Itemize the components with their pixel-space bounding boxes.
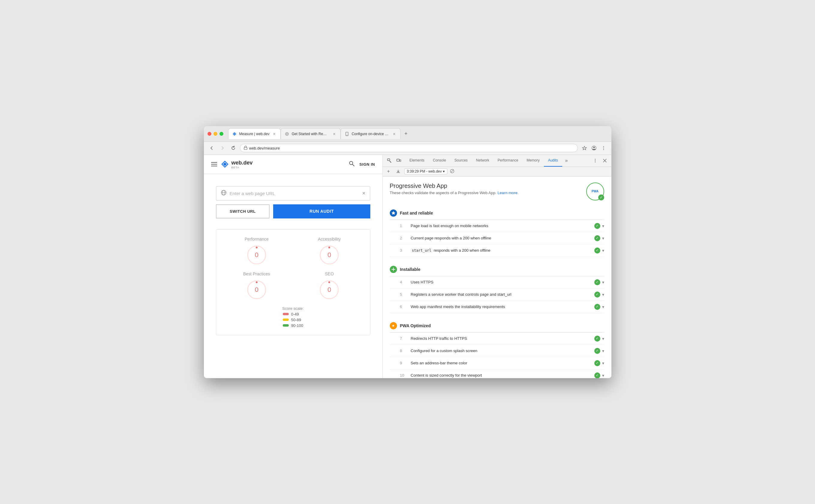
- refresh-button[interactable]: [229, 144, 237, 152]
- more-options-button[interactable]: [599, 144, 608, 152]
- item-9-num: 9: [400, 361, 406, 365]
- devtools-toolbar: Elements Console Sources Network Perform…: [382, 155, 611, 167]
- webdev-logo: web.dev BETA: [211, 160, 253, 169]
- item-2-check: ✓: [594, 235, 600, 241]
- devtools-more-button[interactable]: [591, 156, 599, 165]
- section-installable: Installable 4 Uses HTTPS ✓ ▾ 5 Registers…: [390, 263, 604, 313]
- score-performance-circle: 0: [246, 245, 267, 265]
- browser-window: Measure | web.dev × Get Started with Rem…: [204, 126, 611, 378]
- item-10-chevron[interactable]: ▾: [602, 373, 604, 378]
- profile-button[interactable]: [590, 144, 598, 152]
- svg-point-3: [286, 133, 287, 135]
- tab-device[interactable]: Configure on-device develope... ×: [340, 128, 400, 139]
- audit-item-3: 3 start_url responds with a 200 when off…: [390, 245, 604, 257]
- svg-line-38: [451, 170, 454, 173]
- svg-point-27: [328, 281, 330, 283]
- item-4-chevron[interactable]: ▾: [602, 280, 604, 285]
- item-1-chevron[interactable]: ▾: [602, 224, 604, 228]
- audit-content: Progressive Web App These checks validat…: [382, 176, 611, 378]
- svg-line-16: [352, 164, 354, 166]
- svg-rect-30: [397, 159, 399, 161]
- tab-remote-close[interactable]: ×: [332, 132, 337, 136]
- svg-point-25: [256, 281, 257, 283]
- score-best-practices-label: Best Practices: [243, 271, 270, 276]
- item-9-chevron[interactable]: ▾: [602, 361, 604, 366]
- tab-performance[interactable]: Performance: [494, 155, 523, 167]
- url-text: web.dev/measure: [249, 146, 574, 150]
- item-6-chevron[interactable]: ▾: [602, 304, 604, 309]
- tab-sources[interactable]: Sources: [451, 155, 472, 167]
- item-5-chevron[interactable]: ▾: [602, 292, 604, 297]
- close-traffic-light[interactable]: [207, 132, 211, 136]
- tab-measure-close[interactable]: ×: [272, 132, 277, 136]
- section-installable-header: Installable: [390, 263, 604, 276]
- item-9-check: ✓: [594, 360, 600, 366]
- address-bar[interactable]: web.dev/measure: [240, 144, 578, 152]
- svg-point-33: [595, 160, 595, 161]
- item-4-check: ✓: [594, 279, 600, 285]
- new-audit-button[interactable]: +: [385, 168, 392, 175]
- url-input-wrapper: ×: [216, 186, 370, 201]
- scale-item-green: 90-100: [283, 323, 303, 328]
- tab-device-close[interactable]: ×: [392, 132, 397, 136]
- url-input[interactable]: [230, 191, 359, 196]
- item-3-chevron[interactable]: ▾: [602, 248, 604, 253]
- inspect-element-button[interactable]: [385, 156, 393, 165]
- item-2-chevron[interactable]: ▾: [602, 236, 604, 241]
- add-tab-button[interactable]: +: [402, 129, 410, 138]
- scores-section: Performance 0 Accessibility: [216, 229, 370, 335]
- svg-point-32: [595, 159, 595, 159]
- device-toggle-button[interactable]: [394, 156, 403, 165]
- tab-elements[interactable]: Elements: [405, 155, 429, 167]
- minimize-traffic-light[interactable]: [213, 132, 217, 136]
- score-accessibility-value: 0: [327, 251, 331, 259]
- download-button[interactable]: [394, 168, 402, 175]
- tab-memory[interactable]: Memory: [522, 155, 544, 167]
- session-selector[interactable]: 3:39:29 PM - web.dev ▾: [404, 168, 448, 174]
- item-7-check: ✓: [594, 336, 600, 342]
- more-tabs-button[interactable]: »: [562, 156, 571, 165]
- score-seo-circle: 0: [319, 279, 340, 300]
- right-panel: Elements Console Sources Network Perform…: [382, 155, 611, 378]
- score-accessibility-circle: 0: [319, 245, 340, 265]
- header-right: SIGN IN: [349, 161, 375, 168]
- item-5-text: Registers a service worker that controls…: [411, 292, 594, 297]
- learn-more-link[interactable]: Learn more: [498, 191, 517, 195]
- scale-range-red: 0-49: [291, 312, 299, 316]
- tabs-container: Measure | web.dev × Get Started with Rem…: [228, 128, 608, 139]
- switch-url-button[interactable]: SWITCH URL: [216, 204, 270, 218]
- audit-item-5: 5 Registers a service worker that contro…: [390, 289, 604, 301]
- search-button[interactable]: [349, 161, 355, 168]
- scale-items: 0-49 50-89 90-100: [283, 312, 303, 328]
- tab-console[interactable]: Console: [429, 155, 451, 167]
- tab-audits[interactable]: Audits: [544, 155, 562, 167]
- audit-item-1: 1 Page load is fast enough on mobile net…: [390, 220, 604, 232]
- run-audit-button[interactable]: RUN AUDIT: [273, 204, 370, 218]
- bookmark-star-button[interactable]: [580, 144, 589, 152]
- clear-url-button[interactable]: ×: [362, 190, 365, 197]
- sign-in-button[interactable]: SIGN IN: [359, 162, 375, 167]
- item-6-check: ✓: [594, 304, 600, 310]
- devtools-close-button[interactable]: [601, 156, 609, 165]
- item-8-chevron[interactable]: ▾: [602, 348, 604, 353]
- item-3-num: 3: [400, 248, 406, 253]
- hamburger-menu[interactable]: [211, 161, 218, 168]
- section-fast-reliable-title: Fast and reliable: [400, 211, 433, 215]
- clear-session-button[interactable]: [450, 169, 455, 174]
- audit-item-4: 4 Uses HTTPS ✓ ▾: [390, 276, 604, 289]
- back-button[interactable]: [207, 144, 216, 152]
- svg-point-9: [593, 147, 595, 148]
- tab-measure-favicon: [232, 132, 237, 136]
- forward-button[interactable]: [218, 144, 227, 152]
- audit-title: Progressive Web App: [390, 182, 519, 189]
- item-7-chevron[interactable]: ▾: [602, 336, 604, 341]
- tab-network[interactable]: Network: [472, 155, 494, 167]
- tab-remote[interactable]: Get Started with Remote Debu... ×: [281, 128, 340, 139]
- item-2-text: Current page responds with a 200 when of…: [411, 236, 594, 240]
- score-accessibility-label: Accessibility: [318, 237, 340, 242]
- tab-measure[interactable]: Measure | web.dev ×: [228, 128, 281, 139]
- maximize-traffic-light[interactable]: [219, 132, 223, 136]
- pwa-optimized-icon: ★: [390, 322, 397, 329]
- logo-main-text: web.dev: [231, 160, 253, 166]
- score-best-practices: Best Practices 0: [223, 271, 290, 300]
